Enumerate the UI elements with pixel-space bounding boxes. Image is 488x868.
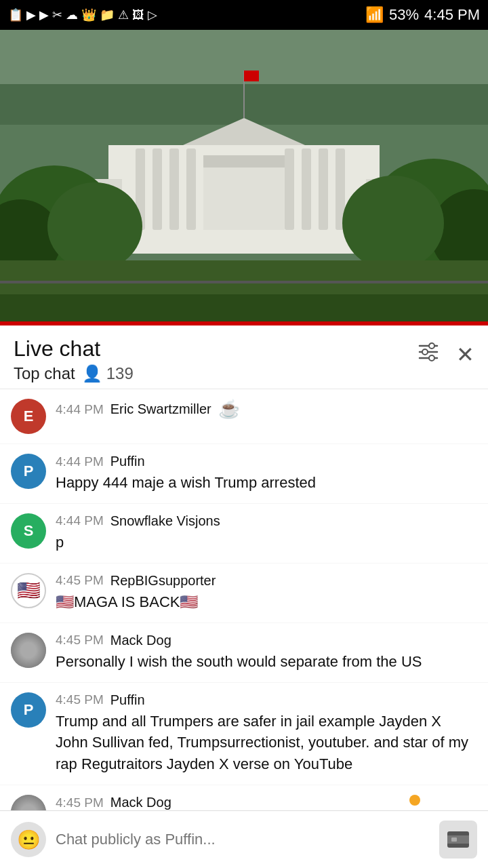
message-author: Eric Swartzmiller <box>110 401 211 417</box>
message-author: RepBIGsupporter <box>110 573 216 589</box>
chat-input-bar[interactable]: 😐 <box>0 810 488 868</box>
chat-header: Live chat Top chat 👤 139 ✕ <box>0 326 488 389</box>
message-meta: 4:45 PM Puffin <box>56 692 477 708</box>
person-icon: 👤 <box>82 364 102 383</box>
svg-rect-35 <box>447 835 469 844</box>
superchat-button[interactable] <box>439 821 477 859</box>
message-content: 4:44 PM Puffin Happy 444 maje a wish Tru… <box>56 454 477 494</box>
viewer-count: 👤 139 <box>82 364 134 383</box>
live-chat-title: Live chat <box>14 336 134 361</box>
svg-rect-8 <box>285 149 294 230</box>
close-icon[interactable]: ✕ <box>456 342 474 368</box>
avatar: 🇺🇸 <box>11 573 46 608</box>
message-author: Snowflake Visjons <box>110 513 220 529</box>
svg-point-32 <box>422 349 428 355</box>
message-time: 4:45 PM <box>56 633 104 648</box>
message-content: 4:45 PM Puffin Trump and all Trumpers ar… <box>56 692 477 776</box>
chat-messages-list: E 4:44 PM Eric Swartzmiller ☕ P 4:44 PM … <box>0 389 488 868</box>
table-row: 🇺🇸 4:45 PM RepBIGsupporter 🇺🇸MAGA IS BAC… <box>0 564 488 623</box>
viewer-number: 139 <box>106 364 134 383</box>
message-emoji: ☕ <box>218 399 240 420</box>
svg-rect-7 <box>186 149 196 230</box>
video-thumbnail <box>0 30 488 321</box>
message-time: 4:45 PM <box>56 573 104 588</box>
message-time: 4:44 PM <box>56 454 104 469</box>
avatar: S <box>11 513 46 549</box>
message-meta: 4:44 PM Puffin <box>56 454 477 469</box>
svg-point-22 <box>342 176 444 271</box>
filter-icon[interactable] <box>417 340 440 368</box>
message-content: 4:45 PM RepBIGsupporter 🇺🇸MAGA IS BACK🇺🇸 <box>56 573 477 613</box>
svg-rect-6 <box>169 149 179 230</box>
avatar <box>11 633 46 668</box>
avatar-image <box>11 633 46 668</box>
message-text: Happy 444 maje a wish Trump arrested <box>56 472 477 494</box>
svg-rect-24 <box>0 294 488 321</box>
table-row: S 4:44 PM Snowflake Visjons p <box>0 504 488 564</box>
time-display: 4:45 PM <box>424 6 480 24</box>
message-author: Mack Dog <box>110 633 171 648</box>
message-content: 4:44 PM Snowflake Visjons p <box>56 513 477 553</box>
notification-icons: 📋 ▶ ▶ ✂ ☁ 👑 📁 ⚠ 🖼 ▷ <box>8 7 157 22</box>
message-author: Mack Dog <box>110 795 171 810</box>
flag-avatar: 🇺🇸 <box>17 581 41 600</box>
svg-rect-10 <box>319 149 328 230</box>
message-author: Puffin <box>110 692 145 708</box>
table-row: 4:45 PM Mack Dog Personally I wish the s… <box>0 623 488 683</box>
avatar: P <box>11 692 46 728</box>
battery-text: 53% <box>389 6 419 24</box>
message-meta: 4:45 PM RepBIGsupporter <box>56 573 477 589</box>
avatar: P <box>11 454 46 489</box>
message-text: p <box>56 532 477 553</box>
svg-rect-5 <box>152 149 162 230</box>
message-time: 4:44 PM <box>56 513 104 528</box>
svg-point-33 <box>429 355 434 361</box>
message-meta: 4:44 PM Snowflake Visjons <box>56 513 477 529</box>
emoji-icon: 😐 <box>17 829 41 851</box>
message-content: 4:44 PM Eric Swartzmiller ☕ <box>56 399 477 422</box>
message-text: Personally I wish the south would separa… <box>56 651 477 673</box>
svg-rect-9 <box>302 149 311 230</box>
status-notifications: 📋 ▶ ▶ ✂ ☁ 👑 📁 ⚠ 🖼 ▷ <box>8 7 157 22</box>
table-row: P 4:44 PM Puffin Happy 444 maje a wish T… <box>0 444 488 504</box>
avatar: E <box>11 399 46 434</box>
message-time: 4:45 PM <box>56 692 104 707</box>
chat-title-section: Live chat Top chat 👤 139 <box>14 336 134 383</box>
svg-rect-13 <box>203 155 285 167</box>
svg-point-31 <box>429 343 434 349</box>
table-row: E 4:44 PM Eric Swartzmiller ☕ <box>0 389 488 444</box>
status-bar: 📋 ▶ ▶ ✂ ☁ 👑 📁 ⚠ 🖼 ▷ 📶 53% 4:45 PM <box>0 0 488 30</box>
message-author: Puffin <box>110 454 145 469</box>
svg-rect-27 <box>0 281 488 283</box>
wifi-icon: 📶 <box>365 6 384 24</box>
message-time: 4:44 PM <box>56 402 104 417</box>
svg-point-19 <box>47 182 142 271</box>
message-meta: 4:45 PM Mack Dog <box>56 633 477 648</box>
message-text: 🇺🇸MAGA IS BACK🇺🇸 <box>56 591 477 613</box>
message-time: 4:45 PM <box>56 795 104 810</box>
chat-input[interactable] <box>56 831 430 848</box>
message-content: 4:45 PM Mack Dog Personally I wish the s… <box>56 633 477 673</box>
message-text: Trump and all Trumpers are safer in jail… <box>56 711 477 776</box>
message-meta: 4:44 PM Eric Swartzmiller ☕ <box>56 399 477 420</box>
superchat-icon <box>446 827 470 852</box>
svg-rect-26 <box>244 71 259 81</box>
top-chat-label: Top chat <box>14 364 75 383</box>
status-system: 📶 53% 4:45 PM <box>365 6 480 24</box>
top-chat-row: Top chat 👤 139 <box>14 364 134 383</box>
video-player[interactable] <box>0 30 488 321</box>
chat-header-controls[interactable]: ✕ <box>417 336 474 368</box>
emoji-button[interactable]: 😐 <box>11 822 46 857</box>
svg-rect-36 <box>451 837 457 842</box>
table-row: P 4:45 PM Puffin Trump and all Trumpers … <box>0 683 488 786</box>
